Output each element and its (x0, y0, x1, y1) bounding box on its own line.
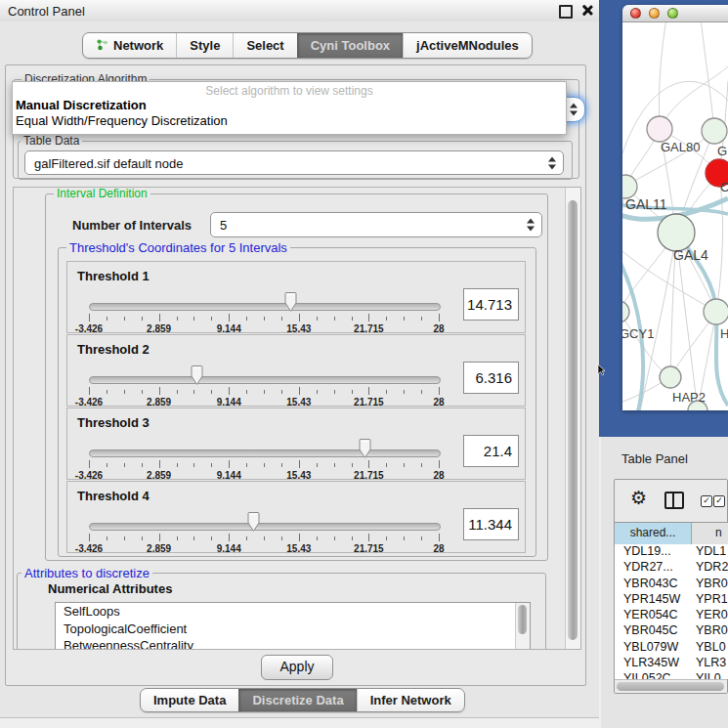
tab-cyni-toolbox[interactable]: Cyni Toolbox (297, 33, 403, 58)
table-row[interactable]: YBL079WYBL0 (615, 640, 728, 656)
tab-style[interactable]: Style (176, 33, 233, 58)
cell-name[interactable]: YBR0 (691, 623, 728, 639)
threshold-4-value-input[interactable] (463, 508, 519, 540)
threshold-1-value-input[interactable] (463, 288, 519, 321)
tab-select[interactable]: Select (233, 33, 296, 58)
tab-impute-data[interactable]: Impute Data (141, 689, 238, 711)
checkbox-icon[interactable]: ✓ (701, 495, 712, 507)
threshold-2-slider-track[interactable] (89, 376, 441, 384)
gear-icon[interactable]: ⚙ (630, 489, 647, 507)
axis-tick (193, 536, 194, 540)
network-node[interactable] (622, 301, 629, 322)
list-scrollbar[interactable] (515, 603, 530, 650)
network-node[interactable] (704, 299, 728, 324)
axis-tick-label: -3.426 (75, 470, 103, 481)
threshold-3-slider-handle[interactable] (358, 439, 372, 459)
list-item[interactable]: SelfLoops (56, 603, 530, 621)
threshold-3-value-input[interactable] (463, 435, 519, 467)
float-window-icon[interactable] (559, 5, 573, 19)
cell-name[interactable]: YLR3 (691, 656, 726, 671)
list-item[interactable]: BetweennessCentrality (56, 637, 530, 650)
axis-tick (246, 390, 247, 394)
table-row[interactable]: YIL052CYIL0 (615, 671, 728, 679)
column-header-shared-name[interactable]: shared... (615, 523, 692, 544)
axis-tick (421, 536, 422, 540)
table-row[interactable]: YER054CYER0 (615, 608, 728, 623)
cell-name[interactable]: YDR2 (691, 560, 728, 576)
cell-name[interactable]: YIL0 (691, 671, 721, 679)
zoom-traffic-light-icon[interactable] (667, 8, 678, 19)
cell-shared-name[interactable]: YBL079W (615, 640, 691, 656)
algorithm-option-equal-width[interactable]: Equal Width/Frequency Discretization (13, 113, 566, 129)
attributes-group-title: Attributes to discretize (21, 566, 152, 580)
close-icon[interactable] (581, 5, 592, 16)
cell-name[interactable]: YPR1 (691, 592, 728, 608)
cell-name[interactable]: YBR0 (691, 577, 728, 592)
tab-infer-network[interactable]: Infer Network (357, 689, 464, 711)
algorithm-option-manual[interactable]: Manual Discretization (13, 98, 566, 113)
axis-tick (229, 387, 230, 395)
numerical-attributes-list[interactable]: SelfLoopsTopologicalCoefficientBetweenne… (55, 602, 531, 650)
table-hscrollbar-thumb[interactable] (617, 682, 724, 691)
network-node[interactable] (658, 214, 695, 251)
network-node[interactable] (622, 175, 637, 198)
list-item[interactable]: TopologicalCoefficient (56, 621, 530, 638)
cell-name[interactable]: YER0 (691, 608, 728, 623)
apply-button[interactable]: Apply (261, 655, 333, 680)
axis-tick-label: 21.715 (354, 543, 384, 554)
threshold-1-slider-handle[interactable] (283, 292, 298, 313)
threshold-4-slider-track[interactable] (89, 523, 441, 531)
table-row[interactable]: YLR345WYLR3 (615, 656, 728, 671)
axis-tick-label: 2.859 (147, 397, 171, 407)
table-row[interactable]: YDL19...YDL1 (615, 544, 728, 560)
threshold-2-slider-handle[interactable] (190, 365, 204, 386)
tab-network[interactable]: Network (83, 33, 176, 58)
number-of-intervals-spinner[interactable]: 5 (210, 212, 542, 237)
axis-tick (124, 390, 125, 394)
cell-name[interactable]: YDL1 (691, 544, 726, 560)
interval-definition-group: Interval Definition Number of Intervals … (45, 193, 548, 561)
cell-shared-name[interactable]: YER054C (615, 608, 691, 623)
axis-tick (404, 317, 405, 321)
network-node[interactable] (660, 366, 681, 388)
cyni-panel: Discretization Algorithm Table Data galF… (5, 64, 586, 686)
axis-tick (281, 463, 282, 467)
checkbox-icon[interactable]: ✓ (713, 495, 725, 507)
cell-shared-name[interactable]: YDR27... (615, 560, 691, 576)
axis-tick (368, 460, 369, 468)
column-header-name[interactable]: n (692, 523, 728, 544)
threshold-4-slider-handle[interactable] (246, 512, 261, 533)
cell-shared-name[interactable]: YBR043C (615, 577, 691, 592)
table-row[interactable]: YBR043CYBR0 (615, 577, 728, 592)
tab-jactivemnodules[interactable]: jActiveMNodules (403, 33, 532, 58)
network-node[interactable] (647, 116, 672, 142)
cell-name[interactable]: YBL0 (691, 640, 726, 656)
settings-scrollbar-thumb[interactable] (568, 200, 578, 640)
cell-shared-name[interactable]: YPR145W (615, 592, 691, 608)
network-canvas[interactable]: GAL80 G C GAL11 GAL4 GCY1 H HAP2 (622, 22, 728, 410)
cell-shared-name[interactable]: YDL19... (615, 544, 691, 560)
control-panel-tabbar: Network Style Select Cyni Toolbox jActiv… (82, 32, 533, 59)
threshold-1-slider-track[interactable] (89, 303, 441, 311)
cell-shared-name[interactable]: YBR045C (615, 623, 691, 639)
table-row[interactable]: YPR145WYPR1 (615, 592, 728, 608)
split-columns-icon[interactable] (664, 492, 684, 509)
table-hscrollbar[interactable] (615, 679, 727, 693)
minimize-traffic-light-icon[interactable] (649, 8, 660, 19)
table-row[interactable]: YBR045CYBR0 (615, 623, 728, 639)
cell-shared-name[interactable]: YIL052C (615, 671, 691, 679)
threshold-2-value-input[interactable] (463, 362, 519, 394)
list-scrollbar-thumb[interactable] (518, 605, 527, 634)
table-toolbar: ⚙ ✓ ✓ (615, 480, 727, 522)
settings-scrollbar[interactable] (565, 188, 580, 649)
close-traffic-light-icon[interactable] (630, 8, 641, 19)
table-row[interactable]: YDR27...YDR2 (615, 560, 728, 576)
axis-tick (193, 390, 194, 394)
table-data-combobox[interactable]: galFiltered.sif default node (24, 150, 564, 175)
axis-tick (211, 463, 212, 467)
tab-discretize-data[interactable]: Discretize Data (238, 689, 356, 711)
axis-tick (352, 536, 353, 540)
threshold-3-slider-track[interactable] (89, 450, 441, 457)
cell-shared-name[interactable]: YLR345W (615, 656, 691, 671)
network-node[interactable] (702, 118, 727, 144)
